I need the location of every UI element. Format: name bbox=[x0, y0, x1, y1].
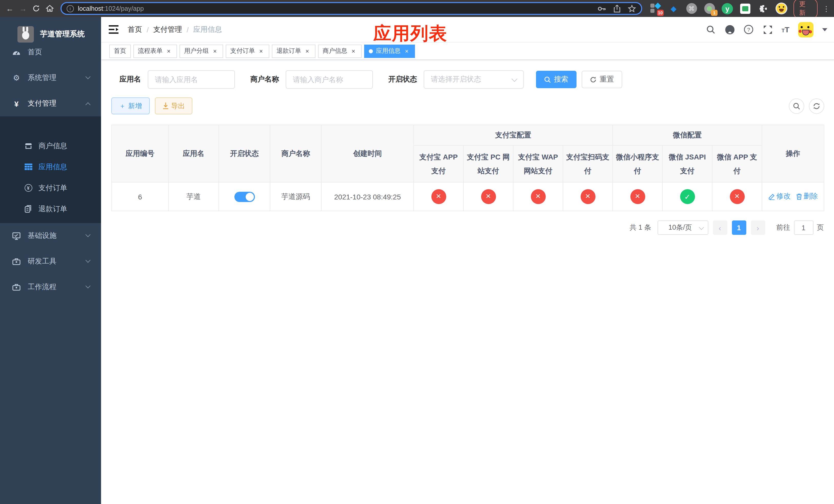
help-question-icon[interactable]: ? bbox=[744, 24, 754, 35]
cell-merchant: 芋道源码 bbox=[270, 182, 321, 211]
sidebar-item-system[interactable]: ⚙ 系统管理 bbox=[0, 65, 101, 91]
close-icon[interactable]: × bbox=[403, 47, 410, 54]
cell-alipay-wap bbox=[513, 182, 563, 211]
breadcrumb-payment[interactable]: 支付管理 bbox=[153, 25, 182, 34]
app-name-input[interactable] bbox=[148, 70, 235, 89]
sidebar-item-infrastructure[interactable]: 基础设施 bbox=[0, 223, 101, 249]
toolbox-icon bbox=[10, 258, 23, 265]
github-icon[interactable] bbox=[724, 24, 735, 35]
col-header-wechat-mini: 微信小程序支付 bbox=[613, 145, 662, 182]
reset-button[interactable]: 重置 bbox=[581, 71, 622, 88]
chevron-down-icon bbox=[85, 232, 90, 237]
add-button[interactable]: ＋ 新增 bbox=[111, 97, 150, 114]
sidebar-item-pay-order[interactable]: ¥ 支付订单 bbox=[0, 177, 101, 199]
page-number-button[interactable]: 1 bbox=[732, 221, 746, 235]
extension-grid-icon[interactable]: 10 bbox=[649, 2, 662, 15]
tab-pay-order[interactable]: 支付订单× bbox=[226, 44, 269, 58]
close-icon[interactable]: × bbox=[165, 47, 172, 54]
status-toggle[interactable] bbox=[234, 191, 255, 202]
goto-page-suffix: 页 bbox=[817, 223, 824, 232]
sidebar-item-home[interactable]: 首页 bbox=[0, 40, 101, 65]
share-icon[interactable] bbox=[613, 4, 621, 13]
close-icon[interactable]: × bbox=[350, 47, 357, 54]
documents-icon bbox=[23, 205, 34, 213]
extension-badge: 1 bbox=[711, 9, 718, 16]
merchant-name-input[interactable] bbox=[286, 70, 373, 89]
sidebar-item-label: 首页 bbox=[28, 48, 42, 57]
pagination: 共 1 条 10条/页 ‹ 1 › 前往 页 bbox=[111, 221, 824, 235]
breadcrumb-separator: / bbox=[147, 25, 149, 33]
tab-user-group[interactable]: 用户分组× bbox=[179, 44, 223, 58]
sidebar-item-payment[interactable]: ¥ 支付管理 bbox=[0, 91, 101, 116]
tab-home[interactable]: 首页 bbox=[109, 44, 131, 58]
tab-app-info[interactable]: 应用信息× bbox=[364, 44, 415, 58]
close-icon[interactable]: × bbox=[211, 47, 219, 54]
url-path: :1024/pay/app bbox=[103, 5, 144, 12]
font-size-icon[interactable]: TT bbox=[782, 25, 789, 34]
search-button[interactable]: 搜索 bbox=[536, 71, 576, 88]
chevron-down-icon bbox=[699, 225, 704, 230]
browser-update-button[interactable]: 更新 bbox=[793, 0, 818, 19]
close-icon[interactable]: × bbox=[304, 47, 311, 54]
extension-command-icon[interactable]: ⌘ bbox=[685, 2, 698, 15]
bookmark-star-icon[interactable] bbox=[628, 4, 636, 13]
home-icon[interactable] bbox=[43, 2, 57, 15]
cell-actions: 修改 删除 bbox=[762, 182, 824, 211]
url-host: localhost bbox=[78, 5, 103, 12]
sidebar-item-merchant-info[interactable]: 商户信息 bbox=[0, 135, 101, 156]
sidebar-item-dev-tools[interactable]: 研发工具 bbox=[0, 249, 101, 274]
refresh-table-button[interactable] bbox=[809, 98, 824, 114]
next-page-button[interactable]: › bbox=[751, 221, 765, 235]
back-icon[interactable]: ← bbox=[3, 2, 16, 15]
col-header-app-name: 应用名 bbox=[169, 125, 219, 182]
status-cross-icon bbox=[531, 189, 546, 204]
browser-menu-icon[interactable]: ⋮ bbox=[823, 4, 830, 13]
user-avatar[interactable] bbox=[798, 22, 813, 37]
forward-icon[interactable]: → bbox=[16, 2, 30, 15]
col-header-status: 开启状态 bbox=[219, 125, 270, 182]
sidebar-item-workflow[interactable]: 工作流程 bbox=[0, 274, 101, 300]
export-button[interactable]: 导出 bbox=[155, 97, 192, 114]
extension-chat-icon[interactable] bbox=[739, 2, 751, 15]
extension-recorder-icon[interactable]: 1 bbox=[703, 2, 716, 15]
page-size-select[interactable]: 10条/页 bbox=[657, 221, 708, 235]
delete-link[interactable]: 删除 bbox=[796, 192, 818, 201]
tab-merchant-info[interactable]: 商户信息× bbox=[318, 44, 361, 58]
breadcrumb-home[interactable]: 首页 bbox=[128, 25, 142, 34]
reload-icon[interactable] bbox=[30, 2, 43, 15]
goto-page-input[interactable] bbox=[794, 221, 813, 235]
col-header-alipay-wap: 支付宝 WAP 网站支付 bbox=[513, 145, 563, 182]
app-title: 芋道管理系统 bbox=[40, 29, 85, 39]
sidebar-item-app-info[interactable]: 应用信息 bbox=[0, 156, 101, 177]
filter-form: 应用名 商户名称 开启状态 请选择开启状态 搜索 bbox=[119, 70, 824, 89]
password-key-icon[interactable] bbox=[597, 5, 606, 12]
profile-avatar-icon[interactable] bbox=[775, 2, 787, 15]
svg-text:?: ? bbox=[747, 27, 750, 32]
sidebar-item-label: 应用信息 bbox=[39, 162, 67, 171]
url-bar[interactable]: i localhost:1024/pay/app bbox=[60, 2, 642, 15]
extensions-puzzle-icon[interactable] bbox=[757, 2, 769, 15]
toggle-search-button[interactable] bbox=[789, 98, 804, 114]
prev-page-button[interactable]: ‹ bbox=[713, 221, 727, 235]
tab-process-form[interactable]: 流程表单× bbox=[133, 44, 177, 58]
tab-refund-order[interactable]: 退款订单× bbox=[272, 44, 315, 58]
table-row: 6 芋道 芋道源码 2021-10-23 08:49:25 bbox=[112, 182, 824, 211]
extension-y-icon[interactable]: y bbox=[721, 2, 733, 15]
status-cross-icon bbox=[580, 189, 595, 204]
close-icon[interactable]: × bbox=[258, 47, 265, 54]
edit-link[interactable]: 修改 bbox=[768, 192, 791, 201]
fullscreen-icon[interactable] bbox=[763, 24, 773, 35]
sidebar-collapse-icon[interactable] bbox=[109, 24, 119, 35]
header-search-icon[interactable] bbox=[705, 24, 716, 35]
sidebar-item-refund-order[interactable]: 退款订单 bbox=[0, 199, 101, 220]
extension-balloon-icon[interactable]: ◆ bbox=[667, 2, 680, 15]
yuan-circle-icon: ¥ bbox=[23, 184, 34, 192]
site-info-icon[interactable]: i bbox=[66, 5, 73, 12]
col-header-merchant: 商户名称 bbox=[270, 125, 321, 182]
sidebar-item-label: 工作流程 bbox=[28, 282, 57, 292]
status-select[interactable]: 请选择开启状态 bbox=[424, 70, 524, 89]
user-menu-caret-icon[interactable] bbox=[822, 28, 827, 31]
col-header-alipay-qr: 支付宝扫码支付 bbox=[563, 145, 613, 182]
sidebar: 芋道管理系统 首页 ⚙ 系统管理 ¥ 支付管理 bbox=[0, 17, 101, 504]
main-area: 应用列表 首页 / 支付管理 / 应用信息 bbox=[101, 17, 834, 504]
